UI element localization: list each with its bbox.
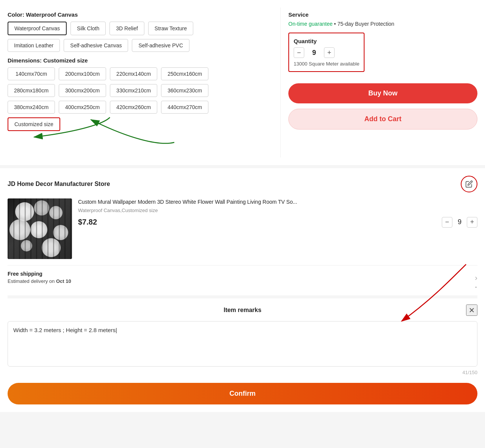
remarks-header: Item remarks — [8, 304, 477, 316]
product-title: Custom Mural Wallpaper Modern 3D Stereo … — [78, 198, 477, 206]
dim-440x270[interactable]: 440cmx270cm — [161, 101, 208, 114]
dim-280x180[interactable]: 280cmx180cm — [8, 84, 55, 97]
free-shipping-label: Free shipping — [8, 271, 477, 277]
delivery-text: Estimated delivery on Oct 10 — [8, 278, 477, 284]
product-price-row: $7.82 − 9 + — [78, 217, 477, 228]
buy-now-button[interactable]: Buy Now — [288, 83, 477, 103]
edit-button[interactable] — [461, 176, 477, 192]
service-description: • 75-day Buyer Protection — [333, 21, 394, 27]
dimensions-label: Dimensions: Customized size — [8, 57, 273, 64]
color-option-imitation-leather[interactable]: Imitation Leather — [8, 39, 60, 52]
quantity-minus-button[interactable]: − — [294, 47, 304, 58]
product-image — [8, 198, 72, 259]
product-variant: Waterproof Canvas,Customized size — [78, 208, 477, 213]
flower-pattern — [8, 198, 72, 259]
product-row: Custom Mural Wallpaper Modern 3D Stereo … — [8, 198, 477, 259]
color-option-straw-texture[interactable]: Straw Texture — [148, 22, 193, 35]
remarks-title: Item remarks — [19, 307, 466, 314]
cart-quantity-control: − 9 + — [442, 217, 477, 228]
customized-size-button[interactable]: Customized size — [8, 117, 60, 131]
dim-380x240[interactable]: 380cmx240cm — [8, 101, 55, 114]
store-name: JD Home Decor Manufacturer Store — [8, 181, 110, 187]
green-arrow-quantity-annotation — [8, 139, 197, 169]
char-count: 41/150 — [8, 370, 477, 375]
dim-330x210[interactable]: 330cmx210cm — [110, 84, 157, 97]
color-option-3d-relief[interactable]: 3D Relief — [110, 22, 144, 35]
color-option-silk-cloth[interactable]: Silk Cloth — [70, 22, 106, 35]
service-section: Service On-time guarantee • 75-day Buyer… — [288, 11, 477, 28]
product-price: $7.82 — [78, 218, 97, 226]
product-options-panel: Color: Waterproof Canvas Waterproof Canv… — [8, 11, 273, 150]
purchase-panel: Service On-time guarantee • 75-day Buyer… — [280, 8, 485, 158]
delivery-prefix: Estimated delivery on — [8, 278, 56, 284]
service-text: On-time guarantee • 75-day Buyer Protect… — [288, 20, 477, 28]
dimension-options-grid: 140cmx70cm 200cmx100cm 220cmx140cm 250cm… — [8, 67, 208, 114]
dim-200x100[interactable]: 200cmx100cm — [59, 67, 106, 80]
color-options-row2: Imitation Leather Self-adhesive Canvas S… — [8, 39, 273, 52]
dim-220x140[interactable]: 220cmx140cm — [110, 67, 157, 80]
remarks-section: Item remarks Width = 3.2 meters ; Height… — [8, 295, 477, 375]
dim-420x260[interactable]: 420cmx260cm — [110, 101, 157, 114]
close-icon — [468, 307, 475, 314]
remarks-textarea[interactable]: Width = 3.2 meters ; Height = 2.8 meters… — [8, 321, 477, 367]
dim-140x70[interactable]: 140cmx70cm — [8, 67, 55, 80]
color-options-row1: Waterproof Canvas Silk Cloth 3D Relief S… — [8, 22, 273, 35]
cart-plus-button[interactable]: + — [467, 217, 477, 228]
product-image-inner — [8, 198, 72, 259]
quantity-control: − 9 + — [294, 47, 359, 58]
service-link[interactable]: On-time guarantee — [288, 21, 333, 27]
shipping-info: Free shipping Estimated delivery on Oct … — [8, 265, 477, 289]
cart-quantity-value: 9 — [458, 218, 462, 226]
color-option-self-adhesive-pvc[interactable]: Self-adhesive PVC — [132, 39, 189, 52]
color-option-waterproof-canvas[interactable]: Waterproof Canvas — [8, 22, 67, 35]
remarks-close-button[interactable] — [466, 304, 477, 316]
dim-300x200[interactable]: 300cmx200cm — [59, 84, 106, 97]
delivery-date: Oct 10 — [56, 278, 71, 284]
store-header: JD Home Decor Manufacturer Store — [8, 176, 477, 192]
dim-250x160[interactable]: 250cmx160cm — [161, 67, 208, 80]
service-title: Service — [288, 11, 477, 18]
quantity-section: Quantity − 9 + 13000 Square Meter availa… — [288, 33, 365, 72]
dim-360x230[interactable]: 360cmx230cm — [161, 84, 208, 97]
quantity-value: 9 — [310, 49, 318, 57]
color-label: Color: Waterproof Canvas — [8, 11, 273, 18]
color-option-self-adhesive-canvas[interactable]: Self-adhesive Canvas — [64, 39, 128, 52]
confirm-button[interactable]: Confirm — [8, 383, 477, 404]
cart-section: JD Home Decor Manufacturer Store — [0, 168, 485, 412]
add-to-cart-button[interactable]: Add to Cart — [288, 109, 477, 130]
quantity-plus-button[interactable]: + — [324, 47, 335, 58]
more-options-icon[interactable]: · — [8, 284, 477, 289]
product-info: Custom Mural Wallpaper Modern 3D Stereo … — [78, 198, 477, 228]
dim-400x250[interactable]: 400cmx250cm — [59, 101, 106, 114]
pencil-icon — [465, 180, 473, 188]
available-text: 13000 Square Meter available — [294, 61, 359, 67]
cart-minus-button[interactable]: − — [442, 217, 452, 228]
red-arrow-annotation — [371, 253, 485, 329]
quantity-label: Quantity — [294, 38, 359, 44]
